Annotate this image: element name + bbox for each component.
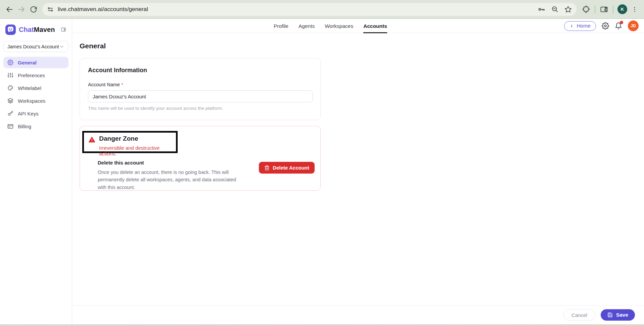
key-icon	[7, 110, 13, 117]
toolbar-separator	[613, 5, 613, 13]
browser-profile-avatar[interactable]: K	[617, 4, 627, 14]
sidebar-item-label: Whitelabel	[18, 85, 41, 91]
tab-agents[interactable]: Agents	[298, 19, 315, 33]
app-header: Profile Agents Workspaces Accounts Home …	[72, 19, 644, 33]
tab-label: Agents	[298, 23, 315, 29]
reload-button[interactable]	[28, 3, 40, 15]
account-name-input[interactable]	[88, 90, 313, 102]
header-controls: Home JD	[564, 20, 639, 31]
tab-label: Profile	[274, 23, 288, 29]
page-title: General	[80, 42, 644, 50]
user-avatar-initials: JD	[631, 24, 636, 28]
brand-name-secondary: Maven	[34, 26, 55, 33]
brand-name: ChatMaven	[19, 26, 55, 34]
account-name-label: Account Name *	[88, 82, 312, 87]
zoom-out-icon[interactable]	[551, 6, 558, 13]
account-name-helper: This name will be used to identify your …	[88, 106, 312, 111]
save-button[interactable]: Save	[601, 309, 635, 321]
cancel-button[interactable]: Cancel	[563, 309, 595, 321]
account-selector-dropdown[interactable]: James Dcouz's Account	[3, 41, 68, 52]
sidebar-item-api-keys[interactable]: API Keys	[3, 108, 68, 119]
password-key-icon[interactable]	[538, 6, 545, 13]
sidebar-collapse-button[interactable]	[60, 27, 66, 33]
forward-button[interactable]	[15, 3, 28, 15]
tab-label: Workspaces	[325, 23, 353, 29]
tab-accounts[interactable]: Accounts	[363, 19, 387, 33]
delete-account-description: Once you delete an account, there is no …	[98, 169, 244, 191]
back-arrow-icon	[5, 5, 13, 13]
browser-menu-button[interactable]	[629, 3, 641, 15]
danger-zone-card: Danger Zone Irreversible and destructive…	[80, 126, 321, 191]
bottom-edge-strip	[0, 324, 644, 326]
danger-zone-title: Danger Zone	[99, 135, 176, 142]
sidebar-nav: General Preferences Whitelabel Workspace…	[0, 57, 72, 132]
layers-icon	[7, 98, 13, 104]
side-panel-button[interactable]	[598, 3, 610, 15]
sidebar-item-general[interactable]: General	[3, 57, 68, 68]
notification-badge	[620, 21, 623, 24]
top-tabs: Profile Agents Workspaces Accounts	[274, 19, 387, 33]
side-panel-search-icon	[600, 5, 608, 13]
settings-button[interactable]	[602, 22, 609, 30]
main-area: Profile Agents Workspaces Accounts Home …	[72, 19, 644, 324]
bookmark-star-icon[interactable]	[564, 6, 572, 13]
app-frame: ChatMaven James Dcouz's Account General …	[0, 19, 644, 324]
delete-account-text: Delete this account Once you delete an a…	[98, 160, 244, 191]
sidebar-item-billing[interactable]: Billing	[3, 121, 68, 132]
sidebar-item-whitelabel[interactable]: Whitelabel	[3, 82, 68, 94]
trash-icon	[264, 165, 270, 171]
account-information-card: Account Information Account Name * This …	[80, 58, 321, 120]
billing-icon	[7, 123, 13, 129]
chevron-left-icon	[569, 24, 574, 28]
delete-account-button[interactable]: Delete Account	[259, 162, 315, 174]
gear-icon	[602, 22, 609, 30]
panel-toggle-icon	[60, 27, 66, 33]
url-text[interactable]: live.chatmaven.ai/accounts/general	[58, 6, 534, 13]
required-asterisk: *	[121, 82, 123, 87]
sidebar-item-label: API Keys	[18, 111, 39, 117]
brand-name-primary: Chat	[19, 26, 34, 33]
sidebar-item-label: General	[18, 60, 37, 65]
sidebar-item-label: Workspaces	[18, 98, 45, 104]
sliders-icon	[7, 72, 13, 78]
sidebar: ChatMaven James Dcouz's Account General …	[0, 19, 72, 324]
account-selector-value: James Dcouz's Account	[7, 44, 59, 49]
toolbar-separator	[595, 5, 595, 13]
home-button-label: Home	[577, 23, 591, 29]
sidebar-item-label: Billing	[18, 124, 31, 129]
browser-profile-initial: K	[621, 7, 624, 12]
card-title: Account Information	[88, 67, 312, 74]
delete-account-button-label: Delete Account	[273, 165, 309, 171]
puzzle-icon	[582, 5, 590, 13]
annotation-highlight-box: Danger Zone Irreversible and destructive…	[82, 131, 178, 153]
back-button[interactable]	[3, 3, 15, 15]
warning-triangle-icon	[88, 136, 95, 143]
label-text: Account Name	[88, 82, 120, 87]
tab-workspaces[interactable]: Workspaces	[325, 19, 353, 33]
kebab-menu-icon	[631, 6, 638, 13]
palette-icon	[7, 85, 13, 91]
danger-zone-heading-group: Danger Zone Irreversible and destructive…	[99, 135, 176, 156]
gear-icon	[7, 59, 13, 65]
sidebar-item-workspaces[interactable]: Workspaces	[3, 95, 68, 106]
save-floppy-icon	[607, 312, 613, 318]
home-button[interactable]: Home	[564, 21, 596, 31]
sidebar-item-preferences[interactable]: Preferences	[3, 69, 68, 81]
chevron-down-icon	[59, 44, 64, 49]
browser-toolbar: live.chatmaven.ai/accounts/general K	[0, 0, 644, 19]
page-content: General Account Information Account Name…	[72, 33, 644, 305]
reload-icon	[30, 6, 37, 13]
forward-arrow-icon	[17, 5, 26, 13]
danger-zone-subtitle: Irreversible and destructive actions.	[99, 145, 176, 156]
save-button-label: Save	[616, 312, 628, 318]
delete-account-heading: Delete this account	[98, 160, 244, 166]
extensions-button[interactable]	[580, 3, 592, 15]
sidebar-item-label: Preferences	[18, 73, 45, 78]
notifications-button[interactable]	[615, 22, 622, 30]
user-avatar[interactable]: JD	[628, 20, 639, 31]
url-bar[interactable]: live.chatmaven.ai/accounts/general	[42, 3, 577, 16]
site-info-icon[interactable]	[47, 6, 54, 13]
tab-label: Accounts	[363, 23, 387, 29]
tab-profile[interactable]: Profile	[274, 19, 288, 33]
action-footer: Cancel Save	[72, 305, 644, 324]
